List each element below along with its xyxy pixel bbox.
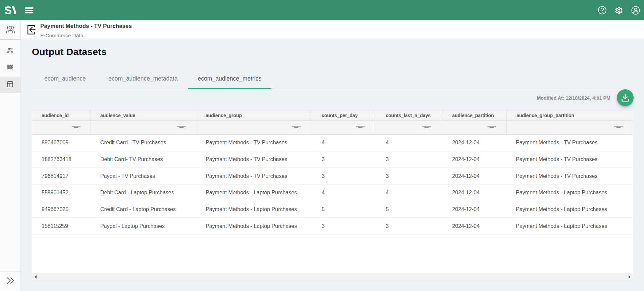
svg-text:S: S	[4, 4, 12, 16]
